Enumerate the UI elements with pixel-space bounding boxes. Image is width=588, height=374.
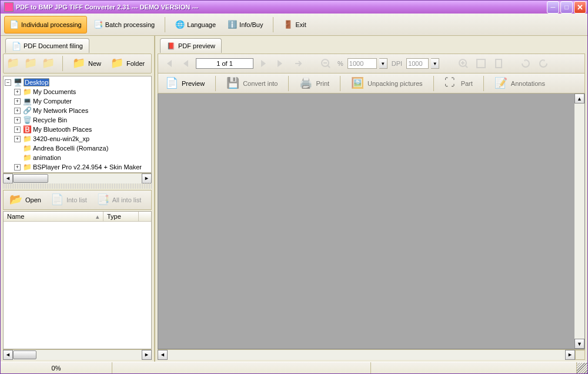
folder-new-icon xyxy=(72,56,86,71)
rotate-right-button[interactable] xyxy=(536,56,551,71)
scroll-right-button[interactable]: ► xyxy=(142,173,152,183)
file-toolbar: New Folder xyxy=(3,54,152,74)
page-counter: 1 of 1 xyxy=(196,58,253,69)
list-toolbar: Open Into list All into list xyxy=(3,190,152,210)
resize-grip[interactable] xyxy=(577,363,587,373)
tree-root[interactable]: − Desktop xyxy=(5,78,150,87)
individual-processing-button[interactable]: Individual processing xyxy=(4,16,87,34)
separator xyxy=(340,76,340,91)
preview-vscroll[interactable]: ▲ ▼ xyxy=(574,94,584,349)
rotate-left-button[interactable] xyxy=(518,56,533,71)
tree-hscroll[interactable]: ◄ ► xyxy=(3,173,152,183)
expand-icon[interactable]: + xyxy=(14,108,21,114)
language-button[interactable]: Language xyxy=(170,16,221,34)
next-page-button[interactable] xyxy=(256,56,271,71)
scroll-right-button[interactable]: ► xyxy=(565,350,575,360)
all-into-list-button[interactable]: All into list xyxy=(93,191,145,209)
tab-pdf-preview[interactable]: PDF preview xyxy=(160,38,222,53)
tab-document-filing[interactable]: PDF Document filing xyxy=(5,38,89,53)
crop-icon: ⛶ xyxy=(445,76,459,91)
exit-button[interactable]: Exit xyxy=(278,16,311,34)
zoom-input[interactable] xyxy=(348,58,377,69)
collapse-icon[interactable]: − xyxy=(5,79,11,86)
tree-item[interactable]: Andrea Bocelli (Romanza) xyxy=(5,143,150,153)
prev-page-button[interactable] xyxy=(178,56,193,71)
tree-item[interactable]: +My Computer xyxy=(5,96,150,106)
svg-rect-2 xyxy=(477,59,485,68)
list-header: Name ▴ Type xyxy=(4,212,151,222)
page-icon xyxy=(12,41,21,51)
scroll-up-button[interactable]: ▲ xyxy=(574,94,584,103)
folder-icon xyxy=(42,56,56,71)
desktop-icon xyxy=(13,78,22,87)
expand-icon[interactable]: + xyxy=(14,98,21,105)
first-page-button[interactable] xyxy=(161,56,176,71)
preview-area: ▲ ▼ xyxy=(158,94,585,349)
info-buy-button[interactable]: Info/Buy xyxy=(222,16,268,34)
expand-icon[interactable]: + xyxy=(14,89,21,95)
convert-button[interactable]: 💾 Convert into xyxy=(222,74,282,93)
dpi-input[interactable] xyxy=(406,58,429,69)
scroll-thumb[interactable] xyxy=(13,350,36,359)
tree-item[interactable]: animation xyxy=(5,153,150,162)
right-panel: PDF preview 1 of 1 % ▼ DPI ▼ xyxy=(155,36,587,362)
scroll-left-button[interactable]: ◄ xyxy=(3,173,13,183)
tree-item[interactable]: +BSPlayer Pro v2.24.954 + Skin Maker xyxy=(5,162,150,172)
main-toolbar: Individual processing Batch processing L… xyxy=(1,14,587,36)
separator xyxy=(215,76,216,91)
tree-item[interactable]: +My Network Places xyxy=(5,106,150,115)
nav-fwd-button[interactable] xyxy=(24,56,39,71)
tree-item[interactable]: +3420-enu-win2k_xp xyxy=(5,134,150,143)
last-page-button[interactable] xyxy=(273,56,289,71)
folder-icon xyxy=(22,115,32,125)
status-cell xyxy=(112,362,371,373)
separator xyxy=(433,76,434,91)
preview-button[interactable]: Preview xyxy=(161,74,209,93)
zoom-in-button[interactable] xyxy=(456,56,471,71)
col-type[interactable]: Type xyxy=(103,212,139,221)
minimize-button[interactable]: ─ xyxy=(547,1,559,14)
preview-hscroll[interactable]: ◄ ► xyxy=(158,349,585,359)
goto-page-button[interactable] xyxy=(291,56,306,71)
nav-back-button[interactable] xyxy=(6,56,21,71)
part-button[interactable]: ⛶ Part xyxy=(440,74,477,93)
print-button[interactable]: 🖨️ Print xyxy=(295,74,334,93)
separator xyxy=(483,76,484,91)
into-list-button[interactable]: Into list xyxy=(47,191,91,209)
tree-item-label: Andrea Bocelli (Romanza) xyxy=(33,145,108,152)
zoom-out-button[interactable] xyxy=(318,56,333,71)
svg-rect-3 xyxy=(496,59,502,68)
folder-button[interactable]: Folder xyxy=(107,55,148,72)
tree-item[interactable]: +My Documents xyxy=(5,87,150,96)
scroll-right-button[interactable]: ► xyxy=(142,350,152,360)
nav-up-button[interactable] xyxy=(41,56,56,71)
preview-action-toolbar: Preview 💾 Convert into 🖨️ Print 🖼️ Unpac… xyxy=(158,74,585,94)
scroll-down-button[interactable]: ▼ xyxy=(574,339,584,349)
expand-icon[interactable]: + xyxy=(14,117,21,123)
maximize-button[interactable]: □ xyxy=(560,1,573,14)
horizontal-splitter[interactable] xyxy=(3,183,152,189)
scroll-left-button[interactable]: ◄ xyxy=(158,350,168,360)
annotations-button[interactable]: 📝 Annotations xyxy=(490,74,550,93)
scroll-left-button[interactable]: ◄ xyxy=(3,350,13,360)
new-button[interactable]: New xyxy=(69,55,105,72)
expand-icon[interactable]: + xyxy=(14,126,21,133)
dpi-dropdown[interactable]: ▼ xyxy=(431,58,439,69)
fit-width-button[interactable] xyxy=(473,56,489,71)
expand-icon[interactable]: + xyxy=(14,164,21,171)
close-button[interactable]: ✕ xyxy=(574,1,586,14)
zoom-dropdown[interactable]: ▼ xyxy=(379,58,387,69)
batch-processing-button[interactable]: Batch processing xyxy=(88,16,160,34)
expand-icon[interactable]: + xyxy=(14,136,21,142)
tree-item[interactable]: +My Bluetooth Places xyxy=(5,125,150,134)
file-list[interactable]: Name ▴ Type xyxy=(3,211,152,349)
folder-icon xyxy=(22,134,32,143)
open-button[interactable]: Open xyxy=(6,191,45,209)
col-name[interactable]: Name ▴ xyxy=(4,212,103,221)
unpack-pictures-button[interactable]: 🖼️ Unpacking pictures xyxy=(346,74,427,93)
scroll-thumb[interactable] xyxy=(13,174,48,183)
fit-page-button[interactable] xyxy=(491,56,506,71)
list-hscroll[interactable]: ◄ ► xyxy=(3,349,152,359)
folder-tree[interactable]: − Desktop +My Documents+My Computer+My N… xyxy=(3,76,152,173)
tree-item[interactable]: +Recycle Bin xyxy=(5,115,150,125)
